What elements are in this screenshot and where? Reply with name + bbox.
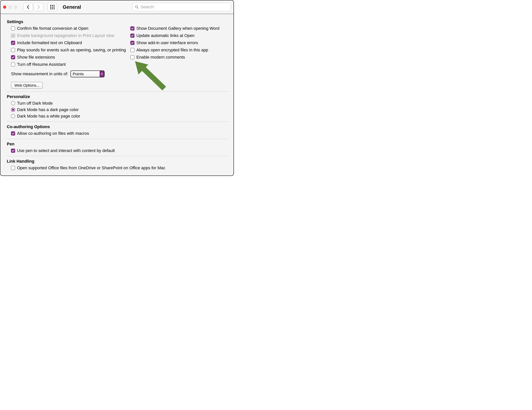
- show-addin-errors-label: Show add-in user interface errors: [136, 40, 198, 45]
- show-file-extensions-label: Show file extensions: [17, 55, 55, 59]
- pen-heading: Pen: [7, 142, 229, 146]
- chevron-left-icon: [27, 5, 29, 9]
- allow-coauthoring-macros-checkbox[interactable]: [11, 131, 15, 136]
- coauthoring-heading: Co-authoring Options: [7, 124, 229, 129]
- measure-units-label: Show measurement in units of:: [11, 72, 68, 76]
- turn-off-resume-assistant-checkbox[interactable]: [11, 62, 15, 67]
- nav-buttons: [23, 3, 43, 11]
- select-stepper-icon: [100, 71, 104, 77]
- enable-modern-comments-checkbox[interactable]: [130, 55, 134, 59]
- close-window-button[interactable]: [3, 6, 6, 9]
- enable-modern-comments-label: Enable modern comments: [136, 55, 185, 59]
- include-formatted-text-checkbox[interactable]: [11, 41, 15, 45]
- allow-coauthoring-macros-label: Allow co-authoring on files with macros: [17, 131, 89, 136]
- link-handling-options: Open supported Office files from OneDriv…: [7, 165, 229, 171]
- background-repagination-checkbox: [11, 34, 15, 38]
- link-handling-heading: Link Handling: [7, 159, 229, 164]
- confirm-file-format-checkbox[interactable]: [11, 26, 15, 30]
- search-field[interactable]: [132, 3, 231, 11]
- dark-mode-dark-page-radio[interactable]: [11, 108, 15, 112]
- measure-units-value: Points: [73, 72, 84, 76]
- svg-line-1: [137, 8, 138, 9]
- dark-mode-off-label: Turn off Dark Mode: [17, 101, 53, 106]
- open-office-files-checkbox[interactable]: [11, 166, 15, 170]
- personalize-options: Turn off Dark Mode Dark Mode has a dark …: [7, 101, 229, 119]
- open-office-files-label: Open supported Office files from OneDriv…: [17, 166, 165, 170]
- pen-options: Use pen to select and interact with cont…: [7, 148, 229, 153]
- forward-button[interactable]: [34, 3, 43, 11]
- measure-units-select[interactable]: Points: [70, 70, 104, 77]
- content-area: Settings Confirm file format conversion …: [0, 14, 234, 176]
- all-preferences-button[interactable]: [48, 3, 57, 11]
- settings-heading: Settings: [7, 19, 229, 24]
- update-automatic-links-label: Update automatic links at Open: [136, 33, 194, 38]
- preferences-window: General Settings Confirm file format con…: [0, 0, 234, 176]
- show-document-gallery-checkbox[interactable]: [130, 26, 134, 30]
- svg-point-0: [135, 6, 138, 8]
- pen-select-label: Use pen to select and interact with cont…: [17, 148, 115, 153]
- divider: [7, 121, 229, 122]
- dark-mode-dark-page-label: Dark Mode has a dark page color: [17, 107, 79, 112]
- show-document-gallery-label: Show Document Gallery when opening Word: [136, 26, 219, 31]
- search-icon: [135, 5, 139, 9]
- play-sounds-label: Play sounds for events such as opening, …: [17, 48, 126, 52]
- grid-icon: [50, 5, 55, 9]
- web-options-button[interactable]: Web Options...: [11, 82, 43, 89]
- always-open-encrypted-checkbox[interactable]: [130, 48, 134, 52]
- coauthoring-options: Allow co-authoring on files with macros: [7, 131, 229, 136]
- personalize-heading: Personalize: [7, 94, 229, 99]
- dark-mode-off-radio[interactable]: [11, 101, 15, 105]
- update-automatic-links-checkbox[interactable]: [130, 34, 134, 38]
- always-open-encrypted-label: Always open encrypted files in this app: [136, 48, 208, 52]
- dark-mode-white-page-radio[interactable]: [11, 114, 15, 118]
- turn-off-resume-assistant-label: Turn off Resume Assistant: [17, 62, 66, 67]
- back-button[interactable]: [23, 3, 33, 11]
- divider: [7, 91, 229, 92]
- show-addin-errors-checkbox[interactable]: [130, 41, 134, 45]
- zoom-window-button[interactable]: [14, 6, 17, 9]
- divider: [7, 156, 229, 156]
- window-title: General: [63, 4, 81, 10]
- play-sounds-checkbox[interactable]: [11, 48, 15, 52]
- include-formatted-text-label: Include formatted text on Clipboard: [17, 40, 82, 45]
- titlebar: General: [0, 0, 234, 14]
- search-input[interactable]: [140, 4, 228, 10]
- dark-mode-white-page-label: Dark Mode has a white page color: [17, 114, 80, 118]
- confirm-file-format-label: Confirm file format conversion at Open: [17, 26, 88, 31]
- pen-select-checkbox[interactable]: [11, 149, 15, 153]
- settings-options: Confirm file format conversion at Open S…: [7, 26, 229, 89]
- divider: [7, 139, 229, 139]
- minimize-window-button[interactable]: [9, 6, 12, 9]
- show-file-extensions-checkbox[interactable]: [11, 55, 15, 59]
- chevron-right-icon: [37, 5, 40, 9]
- window-controls: [3, 6, 17, 9]
- background-repagination-label: Enable background repagination in Print …: [17, 33, 114, 38]
